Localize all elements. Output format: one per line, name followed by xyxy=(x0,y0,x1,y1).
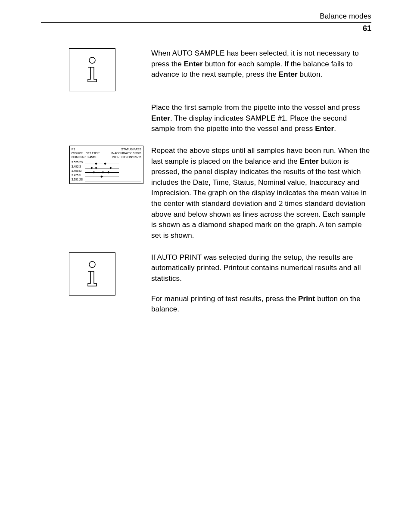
paragraph: When AUTO SAMPLE has been selected, it i… xyxy=(151,48,371,80)
content-block: Place the first sample from the pipette … xyxy=(41,103,371,134)
content-block: P1 STATUS PASS 05/26/99 03:11:03P INACCU… xyxy=(41,146,371,241)
svg-point-0 xyxy=(89,57,95,63)
graph-line-area xyxy=(85,165,141,169)
info-icon xyxy=(69,48,115,91)
bold-text: Enter xyxy=(184,60,203,68)
info-icon xyxy=(69,252,115,296)
display-date: 05/26/99 xyxy=(72,152,83,155)
svg-point-1 xyxy=(89,261,95,268)
graph-row: 3.391 2S xyxy=(72,177,141,182)
graph-row-label: 3.525 2S xyxy=(72,161,85,164)
content-block: If AUTO PRINT was selected during the se… xyxy=(41,252,371,315)
display-time: 03:11:03P xyxy=(86,152,100,155)
graph-line-area xyxy=(85,173,141,177)
margin-column: P1 STATUS PASS 05/26/99 03:11:03P INACCU… xyxy=(41,146,143,241)
bold-text: Print xyxy=(298,295,315,303)
display-nominal: NOMINAL: 3.45ML xyxy=(72,155,97,159)
text: Place the first sample from the pipette … xyxy=(151,103,360,112)
text: button. xyxy=(298,70,323,78)
graph-row-label: 3.391 2S xyxy=(72,178,85,181)
paragraph: If AUTO PRINT was selected during the se… xyxy=(151,252,371,284)
margin-column xyxy=(41,48,143,91)
graph-line-area xyxy=(85,177,141,182)
text: button is pressed, the panel display ind… xyxy=(151,157,367,240)
display-graphic: P1 STATUS PASS 05/26/99 03:11:03P INACCU… xyxy=(69,146,143,184)
display-datetime: 05/26/99 03:11:03P xyxy=(72,151,100,155)
bold-text: Enter xyxy=(315,124,334,133)
graph-line xyxy=(85,181,141,181)
graph-row: 3.492 S xyxy=(72,165,141,169)
graph-row: 3.425 S xyxy=(72,173,141,177)
text: . xyxy=(334,124,336,133)
text-column: If AUTO PRINT was selected during the se… xyxy=(151,252,371,315)
display-label: P1 xyxy=(72,147,75,151)
graph-row: 3.458 M xyxy=(72,169,141,173)
display-row: 05/26/99 03:11:03P INACCURACY: 0.30% xyxy=(72,151,141,155)
graph-row-label: 3.458 M xyxy=(72,169,85,173)
display-row: NOMINAL: 3.45ML IMPRECISION:0.97% xyxy=(72,155,141,159)
graph-line-area xyxy=(85,160,141,165)
text-column: Place the first sample from the pipette … xyxy=(151,103,371,134)
graph-line-area xyxy=(85,169,141,173)
graph-row-label: 3.425 S xyxy=(72,174,85,177)
paragraph: For manual printing of test results, pre… xyxy=(151,294,371,315)
header-title: Balance modes xyxy=(41,12,371,21)
content-block: When AUTO SAMPLE has been selected, it i… xyxy=(41,48,371,91)
display-status: STATUS PASS xyxy=(121,147,141,151)
graph-row: 3.525 2S xyxy=(72,160,141,165)
paragraph: Place the first sample from the pipette … xyxy=(151,103,371,134)
graph-row-label: 3.492 S xyxy=(72,165,85,168)
display-inaccuracy: INACCURACY: 0.30% xyxy=(111,151,141,155)
display-row: P1 STATUS PASS xyxy=(72,147,141,151)
page-number: 61 xyxy=(41,24,371,33)
graph-line xyxy=(85,164,119,164)
display-graph: 3.525 2S3.492 S3.458 M3.425 S3.391 2S xyxy=(72,160,141,182)
header-rule xyxy=(41,22,371,23)
bold-text: Enter xyxy=(300,157,319,165)
paragraph: Repeat the above steps until all samples… xyxy=(151,146,371,241)
margin-column xyxy=(41,252,143,315)
page-header: Balance modes 61 xyxy=(41,12,371,33)
page-content: When AUTO SAMPLE has been selected, it i… xyxy=(41,48,371,326)
margin-column xyxy=(41,103,143,134)
bold-text: Enter xyxy=(279,70,298,78)
text-column: When AUTO SAMPLE has been selected, it i… xyxy=(151,48,371,91)
bold-text: Enter xyxy=(151,114,170,122)
display-imprecision: IMPRECISION:0.97% xyxy=(112,155,141,159)
text: For manual printing of test results, pre… xyxy=(151,295,298,303)
text-column: Repeat the above steps until all samples… xyxy=(151,146,371,241)
